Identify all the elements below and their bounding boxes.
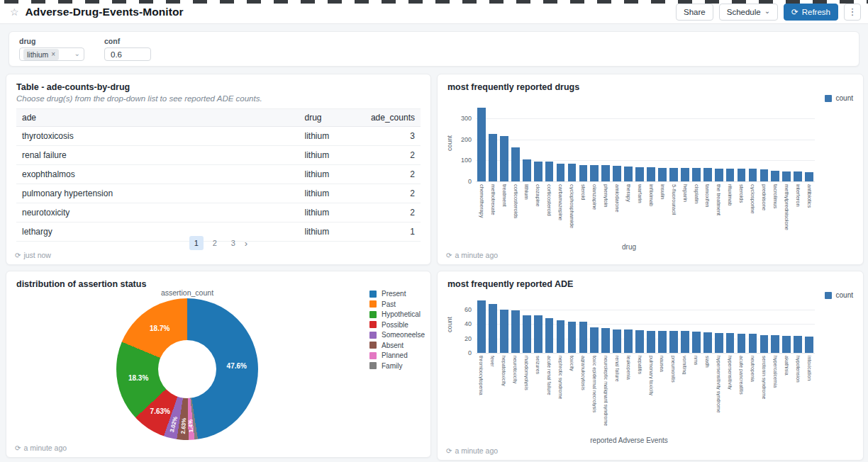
bar-toxicity[interactable] <box>568 322 577 353</box>
bar-pulmonary toxicity[interactable] <box>647 331 655 353</box>
bar-heparin[interactable] <box>681 168 689 181</box>
bar-toxic epidermal necrolysis[interactable] <box>590 327 599 353</box>
bar-clozapine[interactable] <box>534 162 542 181</box>
bar-infliximab[interactable] <box>647 167 655 181</box>
x-label-text: steroid <box>581 184 586 240</box>
next-page-icon[interactable]: › <box>245 238 247 249</box>
table-panel: Table - ade-counts-by-drug Choose drug(s… <box>6 74 431 265</box>
page-button-1[interactable]: 1 <box>189 236 204 250</box>
bar-agranulocytosis[interactable] <box>579 322 588 353</box>
bar-columns <box>476 298 815 353</box>
bar-cisplatin[interactable] <box>692 168 701 181</box>
legend-item-Past[interactable]: Past <box>369 300 425 308</box>
drugs-chart-legend[interactable]: count <box>825 94 853 102</box>
bar-pneumonitis[interactable] <box>669 331 678 353</box>
bar-rituximab[interactable] <box>726 169 735 181</box>
bar-hypersensitivity[interactable] <box>726 333 735 353</box>
pie-trace-label: assertion_count <box>6 288 368 297</box>
table-row: pulmonary hypertensionlithium2 <box>16 184 421 203</box>
bar-column <box>645 298 657 353</box>
bar-phenytoin[interactable] <box>601 165 610 181</box>
bar-treatment[interactable] <box>500 136 508 181</box>
drug-filter-select[interactable]: lithium × ⌄ <box>19 47 84 61</box>
bar-tamoxifen[interactable] <box>703 168 712 181</box>
bar-olanzapine[interactable] <box>590 165 599 181</box>
bar-serotonin syndrome[interactable] <box>760 335 769 353</box>
share-button[interactable]: Share <box>676 4 713 21</box>
page-button-2[interactable]: 2 <box>208 236 222 250</box>
bar-neurotoxicity[interactable] <box>511 310 520 353</box>
x-label: cyclophosphamide <box>567 184 578 240</box>
bar-hypersensitivity syndrome[interactable] <box>715 333 723 353</box>
schedule-button[interactable]: Schedule⌄ <box>719 4 778 21</box>
bar-intoxication[interactable] <box>805 337 813 353</box>
bar-tacrolimus[interactable] <box>771 171 779 181</box>
bar-acute pancreatitis[interactable] <box>738 334 746 353</box>
bar-steroids[interactable] <box>738 169 746 181</box>
bar-seizures[interactable] <box>534 315 542 353</box>
bar-the treatment[interactable] <box>715 169 723 181</box>
page-button-3[interactable]: 3 <box>226 236 240 250</box>
table-panel-subtitle: Choose drug(s) from the drop-down list t… <box>16 94 262 103</box>
table-cell: 3 <box>365 127 421 146</box>
bar-antibiotics[interactable] <box>805 172 813 181</box>
bar-hepatitis[interactable] <box>635 330 644 353</box>
more-options-button[interactable]: ⋮ <box>844 4 861 21</box>
table-cell: 2 <box>365 146 421 165</box>
bar-column <box>611 106 623 181</box>
bar-hypercalcemia[interactable] <box>771 335 779 353</box>
conf-input[interactable] <box>104 47 151 61</box>
bar-warfarin[interactable] <box>635 167 644 181</box>
bar-nms[interactable] <box>692 332 701 353</box>
bar-interferon[interactable] <box>794 171 802 181</box>
bar-neutropenia[interactable] <box>749 334 757 353</box>
bar-insulin[interactable] <box>658 168 667 181</box>
bar-nephrotic syndrome[interactable] <box>557 320 565 353</box>
bar-nausea[interactable] <box>658 331 667 353</box>
bar-siadh[interactable] <box>703 332 712 353</box>
bar-akathisia[interactable] <box>782 336 791 353</box>
bar-corticosteroid[interactable] <box>545 162 554 181</box>
bar-methylprednisolone[interactable] <box>782 171 791 181</box>
legend-item-Planned[interactable]: Planned <box>369 351 425 359</box>
ade-chart-legend[interactable]: count <box>825 291 853 299</box>
favorite-star-icon[interactable]: ☆ <box>10 6 19 18</box>
bar-cyclophosphamide[interactable] <box>568 164 577 181</box>
bar-acute renal failure[interactable] <box>545 318 554 353</box>
bar-fever[interactable] <box>489 304 497 353</box>
bar-amiodarone[interactable] <box>613 166 621 181</box>
legend-item-Hypothetical[interactable]: Hypothetical <box>369 310 425 318</box>
donut-chart[interactable]: 47.6%18.7%18.3%7.63%3.02%2.63%1.4% <box>116 298 258 440</box>
x-label: interferon <box>792 184 803 240</box>
bar-methotrexate[interactable] <box>489 134 497 181</box>
bar-neuroleptic malignant syndrome[interactable] <box>601 328 610 353</box>
bar-cyclosporine[interactable] <box>749 169 757 181</box>
bar-hepatotoxicity[interactable] <box>500 310 508 353</box>
bar-hypotension[interactable] <box>794 336 802 353</box>
legend-item-Absent[interactable]: Absent <box>369 342 425 349</box>
bar-lithium[interactable] <box>523 159 531 181</box>
legend-item-Someoneelse[interactable]: Someoneelse <box>369 331 425 339</box>
bar-leukopenia[interactable] <box>624 329 633 353</box>
bar-rhabdomyolysis[interactable] <box>523 315 531 353</box>
legend-item-Possible[interactable]: Possible <box>369 321 425 329</box>
legend-item-Family[interactable]: Family <box>369 362 425 370</box>
refresh-button[interactable]: ⟳Refresh <box>784 4 838 21</box>
bar-column <box>555 106 567 181</box>
x-label: steroids <box>736 184 747 240</box>
bar-chemotherapy[interactable] <box>477 108 486 181</box>
table-cell: pulmonary hypertension <box>16 184 299 203</box>
bar-steroid[interactable] <box>579 165 588 181</box>
bar-therapy[interactable] <box>624 167 633 181</box>
bar-column <box>555 298 567 353</box>
bar-renal failure[interactable] <box>613 329 621 353</box>
bar-thrombocytopenia[interactable] <box>477 300 486 353</box>
bar-prednisone[interactable] <box>760 169 769 181</box>
bar-5-fluorouracil[interactable] <box>669 168 678 181</box>
bar-vomiting[interactable] <box>681 331 689 353</box>
bar-corticosteroids[interactable] <box>511 147 520 181</box>
bar-carbamazepine[interactable] <box>557 164 565 181</box>
x-label-text: clozapine <box>535 184 541 240</box>
legend-item-Present[interactable]: Present <box>369 290 425 298</box>
chip-remove-icon[interactable]: × <box>51 50 55 58</box>
